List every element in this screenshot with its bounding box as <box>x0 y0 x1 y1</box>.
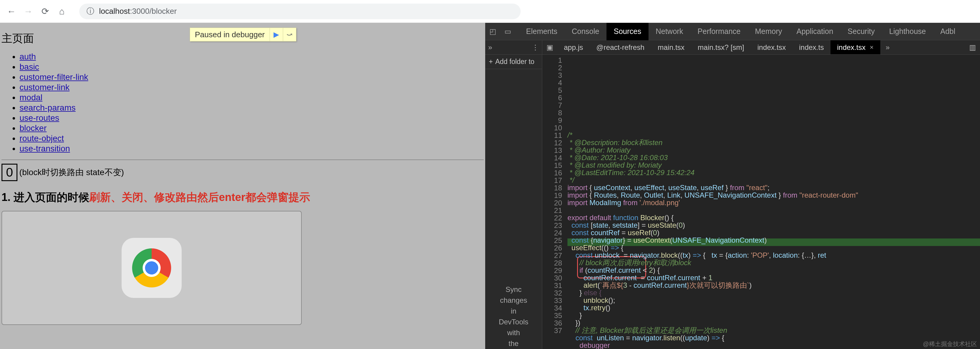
paused-label: Paused in debugger <box>190 30 270 39</box>
navigator-toggle-icon[interactable]: ▣ <box>542 43 557 52</box>
dock-icon[interactable]: ▥ <box>965 43 980 52</box>
url-bar[interactable]: ⓘ localhost:3000/blocker <box>79 3 520 19</box>
devtools-tab-memory[interactable]: Memory <box>748 23 789 40</box>
file-tab[interactable]: index.ts <box>792 40 830 55</box>
nav-link-item: customer-filter-link <box>19 72 484 82</box>
main-area: Paused in debugger ▶ ⤻ 主页面 authbasiccust… <box>0 23 980 349</box>
devtools-tab-performance[interactable]: Performance <box>690 23 748 40</box>
add-folder-button[interactable]: + Add folder to <box>485 55 542 69</box>
nav-link-item: route-object <box>19 134 484 143</box>
nav-link[interactable]: blocker <box>19 123 46 133</box>
close-tab-icon[interactable]: × <box>870 43 874 51</box>
nav-link-item: use-routes <box>19 113 484 123</box>
plus-icon: + <box>489 58 493 66</box>
watermark: @稀土掘金技术社区 <box>923 340 977 348</box>
nav-link-list: authbasiccustomer-filter-linkcustomer-li… <box>2 52 484 153</box>
nav-link-item: basic <box>19 62 484 72</box>
sync-changes-message: SyncchangesinDevToolswiththe <box>485 281 542 349</box>
page-content: Paused in debugger ▶ ⤻ 主页面 authbasiccust… <box>0 23 485 349</box>
code-content: /* * @Description: block和listen * @Autho… <box>566 55 980 349</box>
line-numbers: 1234567891011121314151617181920212223242… <box>542 55 566 349</box>
home-button[interactable]: ⌂ <box>56 6 67 17</box>
nav-link-item: search-params <box>19 103 484 113</box>
chrome-logo-icon <box>122 238 181 298</box>
forward-button[interactable]: → <box>23 6 33 17</box>
back-button[interactable]: ← <box>6 6 17 17</box>
more-tabs-icon[interactable]: » <box>880 43 895 52</box>
code-editor[interactable]: 1234567891011121314151617181920212223242… <box>542 55 980 349</box>
modal-image-placeholder <box>2 211 302 325</box>
file-tab[interactable]: index.tsx× <box>830 40 880 55</box>
nav-link[interactable]: modal <box>19 93 42 102</box>
nav-link-item: customer-link <box>19 83 484 92</box>
nav-link[interactable]: customer-link <box>19 83 69 92</box>
devtools-tab-application[interactable]: Application <box>789 23 840 40</box>
chevron-icon[interactable]: » <box>488 43 492 52</box>
devtools-tab-adbl[interactable]: Adbl <box>933 23 963 40</box>
info-icon[interactable]: ⓘ <box>86 6 94 16</box>
file-tab[interactable]: main.tsx? [sm] <box>691 40 751 55</box>
nav-link[interactable]: use-routes <box>19 113 59 123</box>
section-heading-1: 1. 进入页面的时候刷新、关闭、修改路由然后enter都会弹窗提示 <box>2 190 484 205</box>
devtools-body: » ⋮ + Add folder to SyncchangesinDevTool… <box>485 40 980 349</box>
state-button[interactable]: 0 <box>2 164 18 181</box>
url-text: localhost:3000/blocker <box>99 6 177 16</box>
nav-link[interactable]: use-transition <box>19 144 70 153</box>
nav-link[interactable]: route-object <box>19 134 64 143</box>
reload-button[interactable]: ⟳ <box>40 6 51 17</box>
more-options-icon[interactable]: ⋮ <box>532 43 539 52</box>
nav-link[interactable]: search-params <box>19 103 76 112</box>
nav-link[interactable]: auth <box>19 52 36 61</box>
nav-link-item: blocker <box>19 123 484 133</box>
sources-editor: ▣ app.js@react-refreshmain.tsxmain.tsx? … <box>542 40 980 349</box>
file-tab[interactable]: main.tsx <box>651 40 691 55</box>
devtools-tabs: ◰ ▭ ElementsConsoleSourcesNetworkPerform… <box>485 23 980 40</box>
devtools-tab-security[interactable]: Security <box>840 23 882 40</box>
nav-link-item: use-transition <box>19 144 484 153</box>
device-toolbar-icon[interactable]: ▭ <box>500 24 515 39</box>
nav-link[interactable]: customer-filter-link <box>19 72 88 82</box>
step-over-button[interactable]: ⤻ <box>283 28 296 41</box>
file-tab[interactable]: @react-refresh <box>590 40 651 55</box>
devtools-panel: ◰ ▭ ElementsConsoleSourcesNetworkPerform… <box>485 23 980 349</box>
devtools-tab-sources[interactable]: Sources <box>606 23 649 40</box>
divider <box>2 159 484 160</box>
sources-navigator: » ⋮ + Add folder to SyncchangesinDevTool… <box>485 40 542 349</box>
inspect-element-icon[interactable]: ◰ <box>485 24 500 39</box>
state-note: (block时切换路由 state不变) <box>19 167 124 178</box>
devtools-tab-network[interactable]: Network <box>649 23 690 40</box>
nav-link-item: modal <box>19 93 484 102</box>
devtools-tab-console[interactable]: Console <box>565 23 606 40</box>
state-row: 0 (block时切换路由 state不变) <box>2 164 484 181</box>
browser-toolbar: ← → ⟳ ⌂ ⓘ localhost:3000/blocker <box>0 0 980 23</box>
devtools-tab-elements[interactable]: Elements <box>519 23 565 40</box>
file-tab[interactable]: index.tsx <box>751 40 793 55</box>
file-tab[interactable]: app.js <box>557 40 590 55</box>
nav-link-item: auth <box>19 52 484 62</box>
resume-button[interactable]: ▶ <box>270 28 283 41</box>
devtools-tab-lighthouse[interactable]: Lighthouse <box>882 23 933 40</box>
paused-in-debugger-banner: Paused in debugger ▶ ⤻ <box>190 28 296 41</box>
file-tabs: ▣ app.js@react-refreshmain.tsxmain.tsx? … <box>542 40 980 55</box>
nav-link[interactable]: basic <box>19 62 39 72</box>
